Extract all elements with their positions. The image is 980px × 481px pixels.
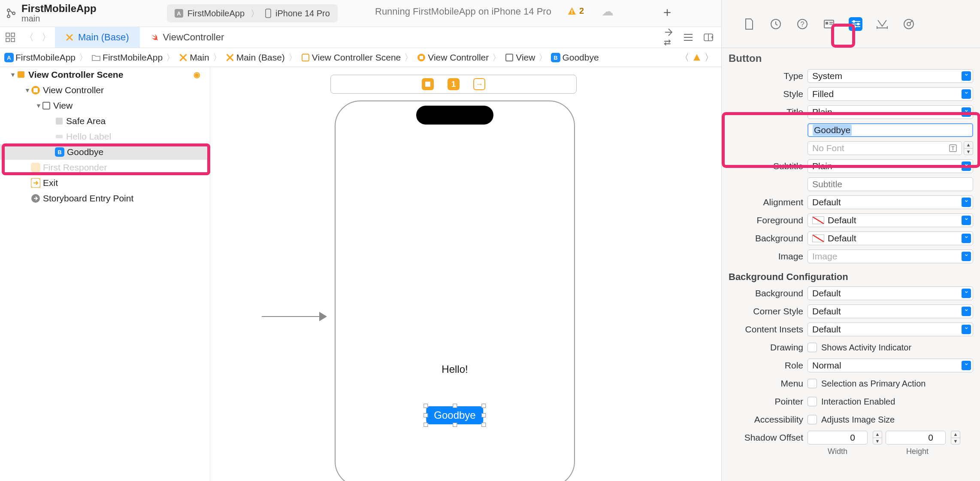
shadow-width-input[interactable]: 0 [808, 431, 868, 444]
outline-hello-label[interactable]: Hello Label [0, 129, 210, 144]
bc-main-base[interactable]: Main (Base) [236, 52, 285, 63]
chevron-right-icon[interactable]: 〉 [705, 52, 714, 64]
nav-forward-icon[interactable]: 〉 [38, 27, 55, 48]
bc-view[interactable]: View [516, 52, 535, 63]
goodbye-button[interactable]: Goodbye [426, 406, 483, 424]
jump-bar[interactable]: A FirstMobileApp〉 FirstMobileApp〉 Main〉 … [0, 48, 721, 67]
subtitle-style-popup[interactable]: Plain [808, 159, 973, 173]
shadow-label: Shadow Offset [722, 432, 808, 443]
alignment-popup[interactable]: Default [808, 195, 973, 209]
type-popup[interactable]: System [808, 69, 973, 83]
disclosure-icon[interactable]: ▼ [9, 71, 16, 78]
shadow-width-stepper[interactable]: ▲▼ [873, 431, 882, 444]
file-inspector-icon[interactable] [742, 17, 756, 31]
viewcontroller-dock-icon[interactable] [422, 78, 434, 90]
add-tab-icon[interactable]: ＋ [661, 3, 674, 21]
shadow-height-input[interactable]: 0 [886, 431, 946, 444]
svg-rect-35 [425, 82, 430, 87]
accessibility-checkbox[interactable] [808, 415, 817, 424]
font-selector[interactable]: No Font T [808, 141, 962, 155]
scene-dock[interactable]: 1 → [330, 75, 577, 94]
image-popup[interactable]: Image [808, 250, 973, 263]
cloud-icon[interactable]: ☁ [602, 4, 614, 18]
bc-main[interactable]: Main [190, 52, 209, 63]
branch-name[interactable]: main [21, 14, 97, 24]
title-text-input[interactable]: Goodbye [808, 123, 973, 137]
first-responder-dock-icon[interactable]: 1 [448, 78, 460, 90]
bc-goodbye[interactable]: Goodbye [562, 52, 599, 63]
adjust-editor-icon[interactable]: ⇄ [664, 27, 673, 47]
bc-folder[interactable]: FirstMobileApp [103, 52, 163, 63]
disclosure-icon[interactable]: ▼ [35, 102, 42, 109]
help-inspector-icon[interactable]: ? [795, 17, 809, 31]
outline-scene[interactable]: ▼ View Controller Scene ◉ [0, 67, 210, 82]
add-editor-icon[interactable]: + [703, 33, 714, 42]
hello-label[interactable]: Hello! [442, 363, 468, 375]
resize-handle[interactable] [423, 423, 428, 427]
svg-rect-32 [31, 163, 40, 172]
outline-exit[interactable]: Exit [0, 175, 210, 191]
svg-rect-11 [11, 38, 15, 42]
font-stepper[interactable]: ▲▼ [964, 141, 973, 155]
device-icon [265, 9, 271, 18]
attributes-inspector-icon[interactable] [849, 17, 862, 31]
subtitle-label: Subtitle [722, 161, 808, 171]
exit-dock-icon[interactable]: → [473, 78, 485, 90]
entry-arrow-icon[interactable] [262, 316, 326, 317]
project-name[interactable]: FirstMobileApp [21, 3, 97, 14]
outline-vc[interactable]: ▼ View Controller [0, 82, 210, 98]
activity-indicator-checkbox[interactable] [808, 343, 817, 352]
identity-inspector-icon[interactable] [822, 17, 836, 31]
related-items-icon[interactable] [0, 27, 21, 48]
chevron-left-icon[interactable]: 〈 [680, 52, 689, 64]
title-style-popup[interactable]: Plain [808, 105, 973, 119]
svg-text:B: B [57, 149, 61, 155]
outline-safearea[interactable]: Safe Area [0, 113, 210, 129]
version-control-icon[interactable] [6, 8, 16, 18]
shadow-height-stepper[interactable]: ▲▼ [951, 431, 960, 444]
outline-view[interactable]: ▼ View [0, 98, 210, 113]
resize-handle[interactable] [453, 404, 457, 408]
svg-rect-10 [6, 38, 9, 42]
corner-popup[interactable]: Default [808, 304, 973, 318]
interface-builder-canvas[interactable]: 1 → Hello! Goodbye [210, 67, 721, 481]
resize-handle[interactable] [482, 413, 486, 417]
nav-back-icon[interactable]: 〈 [21, 27, 38, 48]
history-inspector-icon[interactable] [769, 17, 783, 31]
bc-vc[interactable]: View Controller [428, 52, 489, 63]
warnings-indicator[interactable]: 2 [567, 6, 584, 16]
warning-icon[interactable] [693, 53, 701, 62]
height-sublabel: Height [887, 447, 947, 456]
resize-handle[interactable] [423, 404, 428, 408]
tab-viewcontroller[interactable]: ViewController [140, 27, 235, 48]
svg-rect-9 [11, 33, 15, 37]
resize-handle[interactable] [482, 404, 486, 408]
bgc-popup[interactable]: Default [808, 286, 973, 300]
menu-checkbox[interactable] [808, 379, 817, 388]
device-preview[interactable]: Hello! Goodbye [335, 100, 575, 481]
subtitle-text-input[interactable] [808, 177, 973, 191]
bc-project[interactable]: FirstMobileApp [15, 52, 76, 63]
width-sublabel: Width [808, 447, 868, 456]
connections-inspector-icon[interactable] [902, 17, 916, 31]
resize-handle[interactable] [423, 413, 428, 417]
scheme-selector[interactable]: A FirstMobileApp 〉 iPhone 14 Pro [167, 4, 338, 22]
size-inspector-icon[interactable] [875, 17, 889, 31]
background-popup[interactable]: Default [808, 231, 973, 245]
disclosure-icon[interactable]: ▼ [24, 87, 31, 94]
bc-scene[interactable]: View Controller Scene [312, 52, 401, 63]
pointer-checkbox[interactable] [808, 397, 817, 406]
resize-handle[interactable] [482, 423, 486, 427]
tab-main-base[interactable]: Main (Base) [55, 27, 140, 48]
svg-point-0 [7, 9, 10, 12]
editor-options-icon[interactable] [684, 33, 693, 41]
outline-goodbye-button[interactable]: B Goodbye [0, 144, 210, 160]
outline-first-responder[interactable]: First Responder [0, 160, 210, 175]
resize-handle[interactable] [453, 423, 457, 427]
insets-popup[interactable]: Default [808, 323, 973, 336]
outline-entry-point[interactable]: Storyboard Entry Point [0, 191, 210, 206]
foreground-popup[interactable]: Default [808, 213, 973, 227]
role-popup[interactable]: Normal [808, 359, 973, 372]
style-popup[interactable]: Filled [808, 87, 973, 101]
font-picker-icon[interactable]: T [949, 144, 957, 152]
